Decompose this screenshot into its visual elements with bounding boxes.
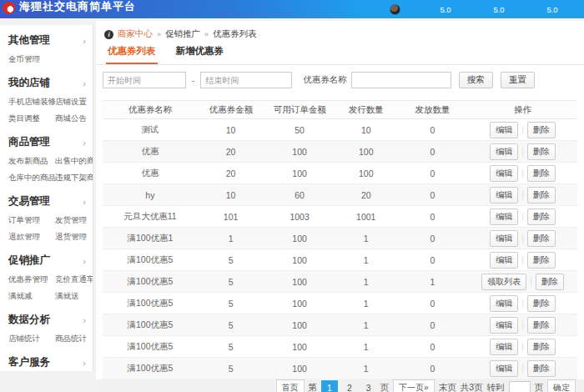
edit-button[interactable]: 编辑 <box>490 317 518 334</box>
last-page-button[interactable]: 末页 <box>439 382 456 392</box>
table-row: hy1060200编辑|删除 <box>103 184 577 206</box>
delete-button[interactable]: 删除 <box>527 122 556 138</box>
sidebar-item[interactable]: 满就减 <box>8 291 53 302</box>
sidebar: 其他管理›金币管理我的店铺›手机店铺装修店铺设置类目调整商城公告商品管理›发布新… <box>0 25 93 371</box>
sidebar-section: 交易管理›订单管理发货管理退款管理退货管理 <box>8 193 86 243</box>
action-separator: | <box>521 364 524 373</box>
table-cell: 0 <box>397 314 468 336</box>
page-number-button[interactable]: 2 <box>342 381 357 392</box>
table-cell: 100 <box>264 336 335 358</box>
col-header-issued: 发行数量 <box>335 101 397 119</box>
edit-button[interactable]: 编辑 <box>490 209 518 225</box>
coupon-name-input[interactable] <box>351 72 451 88</box>
sidebar-section-header[interactable]: 促销推广› <box>8 252 86 269</box>
breadcrumb-home-link[interactable]: 商家中心 <box>118 28 153 40</box>
edit-button[interactable]: 编辑 <box>490 187 518 204</box>
action-separator: | <box>521 147 524 156</box>
table-cell: 20 <box>198 163 264 184</box>
sidebar-item[interactable]: 商城公告 <box>55 113 87 124</box>
sidebar-item[interactable]: 发货管理 <box>55 215 87 226</box>
table-cell-actions: 编辑|删除 <box>468 293 577 314</box>
table-row: 满100优惠5510010编辑|删除 <box>103 293 577 314</box>
delete-button[interactable]: 删除 <box>527 295 556 312</box>
sidebar-item[interactable]: 出售中的商品 <box>55 156 93 167</box>
col-header-name: 优惠券名称 <box>103 101 198 119</box>
sidebar-item[interactable]: 店铺设置 <box>55 97 87 108</box>
sidebar-item[interactable]: 退货管理 <box>55 232 87 243</box>
tab-coupon-list[interactable]: 优惠券列表 <box>106 42 158 64</box>
sidebar-section: 数据分析›店铺统计商品统计 <box>8 311 86 344</box>
chevron-right-icon: › <box>83 358 86 368</box>
pagination: 首页第123页下一页»末页共3页转到页确定 <box>96 379 584 392</box>
table-cell: 0 <box>397 249 468 271</box>
sidebar-item[interactable]: 满就送 <box>55 291 93 302</box>
coupon-table-body: 测试1050100编辑|删除优惠201001000编辑|删除优惠20100100… <box>103 119 577 379</box>
sidebar-section-header[interactable]: 我的店铺› <box>8 74 86 92</box>
edit-button[interactable]: 编辑 <box>490 230 518 247</box>
edit-button[interactable]: 编辑 <box>490 122 518 138</box>
delete-button[interactable]: 删除 <box>527 339 556 355</box>
delete-button[interactable]: 删除 <box>527 317 556 334</box>
sidebar-section-header[interactable]: 交易管理› <box>8 193 86 210</box>
edit-button[interactable]: 编辑 <box>490 165 518 182</box>
reset-button[interactable]: 重置 <box>501 72 535 88</box>
action-separator: | <box>521 320 524 329</box>
tab-new-coupon[interactable]: 新增优惠券 <box>174 42 226 64</box>
sidebar-item[interactable]: 竞价直通车 <box>55 274 93 285</box>
sidebar-item[interactable]: 订单管理 <box>8 215 53 226</box>
sidebar-item[interactable]: 仓库中的商品 <box>8 173 53 183</box>
end-time-input[interactable] <box>200 72 292 88</box>
edit-button[interactable]: 编辑 <box>490 360 518 377</box>
sidebar-section-header[interactable]: 数据分析› <box>8 311 86 329</box>
confirm-button[interactable]: 确定 <box>547 379 576 392</box>
table-cell-actions: 编辑|删除 <box>468 358 577 379</box>
sidebar-item[interactable]: 商品统计 <box>55 334 87 344</box>
delete-button[interactable]: 删除 <box>527 360 556 377</box>
goto-label: 转到 <box>487 382 505 392</box>
edit-button[interactable]: 编辑 <box>490 339 518 355</box>
table-cell: 100 <box>264 249 335 271</box>
sidebar-item[interactable]: 店铺统计 <box>8 334 53 344</box>
col-header-amount: 优惠券金额 <box>198 101 264 119</box>
table-row: 满100优惠1110010编辑|删除 <box>103 228 577 249</box>
header-rating-value: 5.0 <box>526 5 579 14</box>
next-page-button[interactable]: 下一页» <box>393 379 435 392</box>
search-button[interactable]: 搜索 <box>459 72 493 88</box>
page-prefix-label: 第 <box>309 382 318 392</box>
sidebar-item[interactable]: 手机店铺装修 <box>8 97 53 108</box>
delete-button[interactable]: 删除 <box>527 143 556 160</box>
sidebar-item[interactable]: 违规下架商品 <box>55 173 93 183</box>
delete-button[interactable]: 删除 <box>527 209 556 225</box>
app-logo-icon <box>3 2 15 14</box>
delete-button[interactable]: 删除 <box>527 252 556 269</box>
sidebar-item[interactable]: 金币管理 <box>8 54 53 65</box>
sidebar-item[interactable]: 退款管理 <box>8 232 53 243</box>
goto-page-input[interactable] <box>509 381 531 392</box>
sidebar-item[interactable]: 发布新商品 <box>8 156 53 167</box>
breadcrumb: i 商家中心 » 促销推广 » 优惠券列表 <box>96 21 584 43</box>
edit-button[interactable]: 编辑 <box>490 252 518 269</box>
delete-button[interactable]: 删除 <box>527 230 556 247</box>
start-time-input[interactable] <box>103 72 186 88</box>
sidebar-section-header[interactable]: 商品管理› <box>8 133 86 151</box>
coupon-table: 优惠券名称 优惠券金额 可用订单金额 发行数量 发放数量 操作 测试105010… <box>103 100 577 379</box>
first-page-button[interactable]: 首页 <box>276 379 305 392</box>
sidebar-section-header[interactable]: 客户服务› <box>8 354 86 371</box>
sidebar-section: 我的店铺›手机店铺装修店铺设置类目调整商城公告 <box>8 74 86 124</box>
breadcrumb-separator: » <box>204 30 209 38</box>
sidebar-section-header[interactable]: 其他管理› <box>8 32 86 49</box>
page-number-button[interactable]: 3 <box>361 381 376 392</box>
table-cell: 100 <box>264 314 335 336</box>
user-avatar[interactable] <box>390 4 400 15</box>
sidebar-item[interactable]: 类目调整 <box>8 113 53 124</box>
sidebar-item[interactable]: 优惠券管理 <box>8 274 53 285</box>
header-rating-value: 5.0 <box>472 5 526 14</box>
edit-button[interactable]: 编辑 <box>490 295 518 312</box>
delete-button[interactable]: 删除 <box>536 274 564 290</box>
delete-button[interactable]: 删除 <box>527 165 556 182</box>
edit-button[interactable]: 编辑 <box>490 143 518 160</box>
delete-button[interactable]: 删除 <box>527 187 556 204</box>
table-cell: 元旦大优惠11 <box>103 206 198 228</box>
claim-list-button[interactable]: 领取列表 <box>481 274 526 290</box>
sidebar-item-grid: 金币管理 <box>8 54 86 65</box>
